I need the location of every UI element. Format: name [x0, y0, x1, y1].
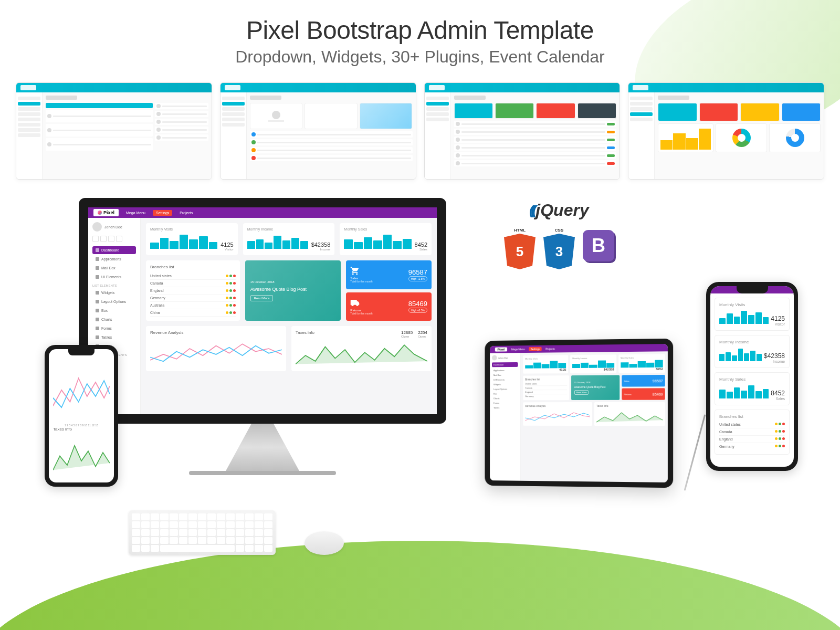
- branch-item[interactable]: Germany: [150, 295, 236, 302]
- avatar: [92, 222, 102, 232]
- read-more-button[interactable]: Read More: [250, 295, 274, 301]
- upload-icon[interactable]: [116, 236, 122, 242]
- stat-sales: Monthly Sales 8452Sales: [340, 223, 432, 255]
- branch-item[interactable]: Canada: [150, 280, 236, 287]
- user-profile[interactable]: Johen Doe: [92, 222, 136, 232]
- revenue-card: Revenue Analysis: [146, 326, 286, 371]
- branch-item[interactable]: Australia: [150, 302, 236, 309]
- bookmark-icon[interactable]: [108, 236, 114, 242]
- branch-item[interactable]: United states: [150, 272, 236, 280]
- phone-left-device: 1 2 3 4 5 6 7 8 9 10 11 12 13 Taxes info: [45, 345, 118, 487]
- menu-mega[interactable]: Mega Menu: [123, 210, 149, 216]
- tablet-device: Pixel Mega Menu Settings Projects Johen …: [485, 339, 673, 488]
- phone-stat-sales: Monthly Sales 8452Sales: [715, 372, 790, 405]
- phone-branches: Branches list United states Canada Engla…: [715, 410, 790, 455]
- monitor-device: Pixel Mega Menu Settings Projects Johen …: [79, 198, 446, 475]
- taxes-card: Taxes info 12885Close 2254Open: [291, 326, 432, 371]
- nav-dashboard[interactable]: Dashboard: [92, 246, 136, 254]
- keyboard: [129, 510, 276, 555]
- nav-tables[interactable]: Tables: [92, 333, 136, 341]
- jquery-logo: jQuery: [529, 201, 589, 220]
- sales-card: Sales Total for this month 96587High +2.…: [346, 260, 432, 289]
- thumbnail-charts: [628, 82, 824, 180]
- css3-logo: CSS 3: [543, 228, 575, 264]
- phone-stat-visits: Monthly Visits 4125Visitor: [715, 298, 790, 331]
- cart-icon: [350, 266, 360, 276]
- branch-item[interactable]: China: [150, 309, 236, 317]
- mouse: [304, 531, 344, 555]
- blog-card: 15 October, 2018 Awesome Quote Blog Post…: [245, 260, 341, 321]
- app-logo[interactable]: Pixel: [93, 209, 119, 216]
- stat-visits: Monthly Visits 4125Visitor: [146, 223, 238, 255]
- nav-widgets[interactable]: Widgets: [92, 289, 136, 297]
- nav-forms[interactable]: Forms: [92, 324, 136, 332]
- thumbnail-profile: [220, 82, 416, 180]
- menu-projects[interactable]: Projects: [176, 210, 196, 216]
- html5-logo: HTML 5: [504, 228, 536, 264]
- branch-item[interactable]: England: [150, 287, 236, 295]
- nav-charts[interactable]: Charts: [92, 316, 136, 323]
- truck-icon: [350, 298, 360, 308]
- thumbnail-chats: [16, 82, 212, 180]
- menu-settings[interactable]: Settings: [153, 210, 172, 216]
- branches-card: Branches list United states Canada Engla…: [146, 260, 240, 321]
- phone-left-chart: [53, 359, 110, 422]
- returns-card: Returns Total for this month 85469High +…: [346, 292, 432, 321]
- page-subtitle: Dropdown, Widgets, 30+ Plugins, Event Ca…: [0, 47, 840, 67]
- dash-header: Pixel Mega Menu Settings Projects: [88, 207, 437, 218]
- revenue-chart: [150, 337, 282, 366]
- stylus: [684, 414, 706, 491]
- chat-icon[interactable]: [100, 236, 107, 242]
- bootstrap-logo: B: [583, 230, 614, 261]
- header: Pixel Bootstrap Admin Template Dropdown,…: [0, 0, 840, 75]
- envelope-icon[interactable]: [92, 236, 99, 242]
- phone-stat-income: Monthly Income $42358Income: [715, 335, 790, 368]
- tech-logos: jQuery HTML 5 CSS 3 B: [504, 201, 614, 264]
- thumbnail-row: [0, 75, 840, 187]
- phone-right-device: Monthly Visits 4125Visitor Monthly Incom…: [706, 282, 798, 471]
- nav-applications[interactable]: Applications: [92, 255, 136, 263]
- nav-mailbox[interactable]: Mail Box: [92, 264, 136, 272]
- phone-taxes-chart: [53, 432, 110, 474]
- thumbnail-support: [424, 82, 621, 180]
- page-title: Pixel Bootstrap Admin Template: [0, 16, 840, 45]
- nav-elements[interactable]: UI Elements: [92, 273, 136, 281]
- thumb-title: [46, 96, 77, 100]
- stat-income: Monthly Income $42358Income: [243, 223, 335, 255]
- nav-layout[interactable]: Layout Options: [92, 298, 136, 306]
- taxes-title: Taxes info: [53, 427, 110, 432]
- taxes-chart: [296, 338, 427, 367]
- nav-box[interactable]: Box: [92, 307, 136, 314]
